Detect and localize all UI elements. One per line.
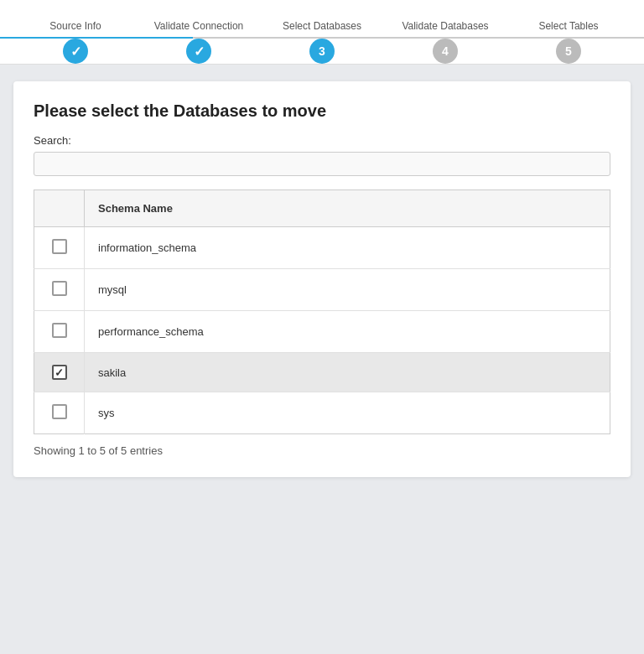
check-icon-2: ✓ <box>194 44 205 60</box>
search-label: Search: <box>34 134 610 147</box>
table-row[interactable]: information_schema <box>34 227 610 269</box>
checkbox-mysql[interactable] <box>52 281 67 296</box>
step-validate-connection-label: Validate Connection <box>154 8 244 32</box>
step-validate-databases[interactable]: Validate Databases 4 <box>395 8 496 64</box>
step-source-info[interactable]: Source Info ✓ <box>25 8 126 64</box>
step-select-databases-bubble: 3 <box>309 39 335 64</box>
step-validate-connection-bubble: ✓ <box>186 39 211 64</box>
step-source-info-label: Source Info <box>49 8 101 32</box>
card-title: Please select the Databases to move <box>34 101 610 121</box>
table-header-schema-name: Schema Name <box>85 190 610 227</box>
table-row[interactable]: sakila <box>34 353 610 392</box>
main-card: Please select the Databases to move Sear… <box>13 81 631 477</box>
stepper: Source Info ✓ Validate Connection ✓ Sele… <box>0 0 644 65</box>
database-table: Schema Name information_schemamysqlperfo… <box>34 189 610 434</box>
table-row[interactable]: performance_schema <box>34 311 610 353</box>
checkbox-information_schema[interactable] <box>52 239 67 254</box>
schema-name-cell: sakila <box>85 353 610 392</box>
table-header-checkbox <box>34 190 85 227</box>
step-select-tables[interactable]: Select Tables 5 <box>518 8 619 64</box>
row-checkbox-cell[interactable] <box>34 227 85 269</box>
step-select-tables-number: 5 <box>565 44 572 58</box>
step-validate-databases-number: 4 <box>442 44 449 58</box>
schema-name-cell: mysql <box>85 269 610 311</box>
table-row[interactable]: mysql <box>34 269 610 311</box>
search-input[interactable] <box>34 152 610 176</box>
step-select-tables-label: Select Tables <box>538 8 598 32</box>
row-checkbox-cell[interactable] <box>34 353 85 392</box>
row-checkbox-cell[interactable] <box>34 311 85 353</box>
check-icon-1: ✓ <box>70 44 81 60</box>
steps-row: Source Info ✓ Validate Connection ✓ Sele… <box>17 8 627 64</box>
table-header-row: Schema Name <box>34 190 610 227</box>
checkbox-sakila[interactable] <box>52 365 67 380</box>
showing-entries-text: Showing 1 to 5 of 5 entries <box>34 444 610 457</box>
schema-name-cell: information_schema <box>85 227 610 269</box>
step-validate-databases-bubble: 4 <box>433 39 458 64</box>
table-row[interactable]: sys <box>34 392 610 434</box>
step-select-databases-number: 3 <box>319 44 325 58</box>
step-select-tables-bubble: 5 <box>556 39 581 64</box>
step-source-info-bubble: ✓ <box>63 39 88 64</box>
step-select-databases-label: Select Databases <box>283 8 361 32</box>
row-checkbox-cell[interactable] <box>34 392 85 434</box>
step-validate-databases-label: Validate Databases <box>402 8 488 32</box>
step-validate-connection[interactable]: Validate Connection ✓ <box>148 8 249 64</box>
schema-name-cell: performance_schema <box>85 311 610 353</box>
checkbox-sys[interactable] <box>52 404 67 419</box>
step-select-databases[interactable]: Select Databases 3 <box>272 8 372 64</box>
schema-name-cell: sys <box>85 392 610 434</box>
checkbox-performance_schema[interactable] <box>52 323 67 338</box>
row-checkbox-cell[interactable] <box>34 269 85 311</box>
